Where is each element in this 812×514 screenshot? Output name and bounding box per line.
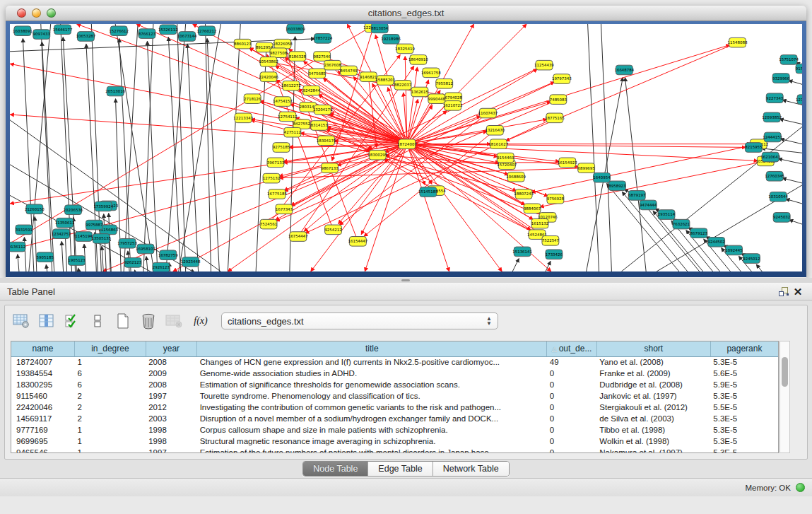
graph-edge[interactable] bbox=[41, 24, 52, 271]
graph-node[interactable]: 9975887 bbox=[86, 220, 102, 230]
graph-node[interactable]: 6879197 bbox=[628, 191, 645, 201]
network-canvas[interactable]: 1872400788601238912954182260589827508818… bbox=[10, 24, 802, 271]
graph-node[interactable]: 10673144 bbox=[177, 32, 197, 42]
table-cell[interactable]: 2008 bbox=[146, 379, 196, 390]
graph-node[interactable]: 9150123 bbox=[796, 64, 802, 74]
graph-edge[interactable] bbox=[119, 38, 131, 271]
graph-edge[interactable] bbox=[407, 144, 449, 271]
graph-node[interactable]: 9227343 bbox=[766, 93, 783, 103]
graph-node[interactable]: 1145194 bbox=[75, 232, 93, 242]
graph-node[interactable]: 12213343 bbox=[233, 113, 253, 123]
graph-node[interactable]: 9097433 bbox=[33, 30, 50, 40]
graph-node[interactable]: 15326112 bbox=[158, 25, 178, 35]
table-cell[interactable]: Estimation of the future numbers of pati… bbox=[197, 447, 547, 453]
graph-edge[interactable] bbox=[18, 255, 19, 271]
graph-node[interactable]: 8860123 bbox=[234, 39, 251, 49]
graph-node[interactable]: 9474444 bbox=[640, 200, 657, 210]
graph-node[interactable]: 15145185 bbox=[418, 187, 438, 197]
graph-node[interactable]: 9245012 bbox=[743, 254, 760, 264]
graph-edge[interactable] bbox=[135, 270, 136, 271]
graph-node[interactable]: 10688609 bbox=[506, 172, 526, 182]
graph-node[interactable]: 3475685 bbox=[309, 69, 326, 78]
table-row[interactable]: 1872400712008Changes of HCN gene express… bbox=[11, 356, 778, 368]
table-cell[interactable]: 5.6E-5 bbox=[710, 368, 778, 379]
table-cell[interactable]: 6 bbox=[75, 368, 146, 379]
table-cell[interactable]: 2 bbox=[75, 413, 146, 424]
table-cell[interactable]: Changes of HCN gene expression and I(f) … bbox=[197, 356, 547, 368]
graph-node[interactable]: 12444151 bbox=[763, 132, 782, 142]
graph-node[interactable]: 9262123 bbox=[124, 258, 141, 268]
graph-node[interactable]: 4275112 bbox=[284, 127, 301, 137]
table-cell[interactable]: 2003 bbox=[146, 413, 196, 424]
graph-edge[interactable] bbox=[124, 24, 138, 271]
table-cell[interactable]: 5.5E-5 bbox=[710, 402, 778, 413]
tab-network-table[interactable]: Network Table bbox=[433, 462, 509, 476]
graph-node[interactable]: 18775165 bbox=[545, 113, 565, 123]
graph-node[interactable]: 15885203 bbox=[375, 76, 395, 86]
graph-edge[interactable] bbox=[179, 24, 221, 271]
table-cell[interactable]: 9699695 bbox=[11, 436, 75, 447]
table-row[interactable]: 1938455462009Genome-wide association stu… bbox=[11, 368, 778, 379]
table-cell[interactable]: 5.3E-5 bbox=[710, 356, 778, 368]
graph-edge[interactable] bbox=[407, 144, 758, 161]
table-cell[interactable]: 0 bbox=[547, 368, 596, 379]
graph-edge[interactable] bbox=[407, 132, 488, 144]
table-cell[interactable]: 9115460 bbox=[11, 390, 75, 402]
graph-node[interactable]: 2935114 bbox=[658, 210, 676, 220]
tab-edge-table[interactable]: Edge Table bbox=[368, 462, 433, 476]
graph-node[interactable]: 10310544 bbox=[768, 192, 788, 202]
graph-node[interactable]: 9136112 bbox=[10, 242, 25, 252]
zoom-window-button[interactable] bbox=[47, 8, 56, 18]
delete-column-icon[interactable] bbox=[138, 310, 159, 332]
table-cell[interactable]: 9777169 bbox=[11, 424, 75, 436]
graph-edge[interactable] bbox=[102, 246, 103, 271]
graph-node[interactable]: 11350611 bbox=[55, 218, 75, 228]
table-row[interactable]: 969969511998Structural magnetic resonanc… bbox=[11, 436, 778, 447]
table-cell[interactable]: 2 bbox=[75, 402, 146, 413]
table-cell[interactable]: 6 bbox=[75, 379, 146, 390]
graph-node[interactable]: 1733426 bbox=[546, 250, 563, 259]
table-cell[interactable]: Dudbridge et al. (2008) bbox=[596, 379, 710, 390]
scrollbar-thumb[interactable] bbox=[782, 357, 788, 387]
graph-node[interactable]: 9827546 bbox=[313, 52, 331, 62]
graph-node[interactable]: 17359924 bbox=[93, 201, 113, 211]
table-scrollbar[interactable] bbox=[779, 341, 790, 453]
table-cell[interactable]: 1997 bbox=[146, 447, 196, 453]
graph-node[interactable]: 18300295 bbox=[367, 150, 387, 160]
row-height-icon[interactable] bbox=[87, 310, 108, 332]
graph-edge[interactable] bbox=[512, 258, 519, 271]
graph-node[interactable]: 2926123 bbox=[153, 262, 170, 271]
column-header-title[interactable]: title bbox=[197, 341, 547, 356]
graph-node[interactable]: 1905123 bbox=[68, 256, 85, 266]
graph-node[interactable]: 19797343 bbox=[552, 74, 572, 84]
graph-node[interactable]: 3931591 bbox=[16, 225, 33, 235]
graph-node[interactable]: 12342757 bbox=[52, 229, 71, 239]
graph-node[interactable]: 2718126 bbox=[244, 94, 261, 104]
graph-node[interactable]: 9990448 bbox=[428, 94, 446, 104]
table-cell[interactable]: 9465546 bbox=[11, 447, 75, 453]
table-cell[interactable]: 5.3E-5 bbox=[710, 424, 778, 436]
graph-node[interactable]: 13216470 bbox=[485, 125, 505, 135]
graph-node[interactable]: 11548088 bbox=[728, 37, 748, 47]
graph-node[interactable]: 9154469 bbox=[497, 153, 514, 163]
column-header-in_degree[interactable]: in_degree bbox=[75, 341, 146, 356]
table-cell[interactable]: Structural magnetic resonance image aver… bbox=[197, 436, 547, 447]
graph-edge[interactable] bbox=[35, 216, 37, 271]
graph-node[interactable]: 9827508 bbox=[270, 48, 288, 58]
graph-node[interactable]: 10543862 bbox=[259, 57, 278, 67]
graph-node[interactable]: 17957253 bbox=[117, 238, 137, 248]
table-cell[interactable]: Tourette syndrome. Phenomenology and cla… bbox=[197, 390, 547, 402]
graph-node[interactable]: 1362615 bbox=[411, 87, 428, 97]
table-cell[interactable]: 2008 bbox=[146, 356, 196, 368]
graph-edge[interactable] bbox=[228, 24, 240, 271]
table-cell[interactable]: Investigating the contribution of common… bbox=[197, 402, 547, 413]
graph-node[interactable]: 8454749 bbox=[340, 66, 358, 76]
table-cell[interactable]: 5.9E-5 bbox=[710, 379, 778, 390]
graph-edge[interactable] bbox=[789, 220, 802, 224]
table-cell[interactable]: 0 bbox=[547, 402, 596, 413]
table-cell[interactable]: 1997 bbox=[146, 390, 196, 402]
graph-node[interactable]: 12093852 bbox=[762, 112, 782, 122]
graph-node[interactable]: 18807243 bbox=[514, 189, 534, 199]
table-cell[interactable]: Wolkin et al. (1998) bbox=[596, 436, 710, 447]
graph-node[interactable]: 10653287 bbox=[76, 32, 96, 42]
